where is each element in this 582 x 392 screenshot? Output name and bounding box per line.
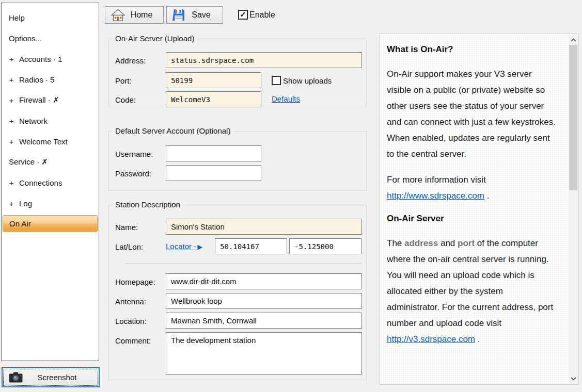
sidebar-item-welcome-text[interactable]: + Welcome Text xyxy=(2,131,99,152)
help-text: . xyxy=(475,334,480,344)
help-text: The xyxy=(387,238,404,248)
location-label: Location: xyxy=(115,317,147,325)
location-input[interactable] xyxy=(166,313,362,329)
homepage-input[interactable] xyxy=(166,273,362,289)
sidebar-item-label: Service · ✗ xyxy=(9,157,48,167)
help-paragraph-intro: On-Air support makes your V3 server visi… xyxy=(387,66,556,162)
password-input[interactable] xyxy=(166,165,261,181)
sidebar-item-label: Options... xyxy=(9,34,42,43)
help-text: and xyxy=(438,238,458,248)
defaults-link[interactable]: Defaults xyxy=(272,94,300,103)
screenshot-button[interactable]: Screenshot xyxy=(2,367,100,387)
on-air-settings-window: Help Options... + Accounts · 1 + Radios … xyxy=(0,0,582,392)
sidebar-item-label: Welcome Text xyxy=(19,137,68,146)
username-input[interactable] xyxy=(166,145,261,161)
save-button[interactable]: Save xyxy=(166,6,223,24)
antenna-label: Antenna: xyxy=(115,297,146,306)
help-scrollbar[interactable] xyxy=(569,35,578,384)
group-onair-server: On-Air Server (Upload) Address: Port: Sh… xyxy=(108,39,367,107)
sidebar-item-label: Radios · 5 xyxy=(19,75,54,84)
comment-textarea[interactable]: The development station xyxy=(166,332,362,375)
sidebar-item-radios[interactable]: + Radios · 5 xyxy=(2,69,99,90)
group-title: On-Air Server (Upload) xyxy=(113,34,197,43)
locator-link[interactable]: Locator -▶ xyxy=(166,242,202,251)
sidebar-item-label: On Air xyxy=(9,219,31,228)
home-button[interactable]: Home xyxy=(105,6,164,24)
divider xyxy=(124,264,361,264)
expand-plus-icon[interactable]: + xyxy=(9,137,14,146)
address-label: Address: xyxy=(115,56,146,65)
help-content: What is On-Air? On-Air support makes you… xyxy=(387,41,556,357)
group-station-description: Station Description Name: Lat/Lon: Locat… xyxy=(108,205,367,380)
sidebar-item-connections[interactable]: + Connections xyxy=(2,172,99,193)
sdrspace-link[interactable]: http://www.sdrspace.com xyxy=(387,191,484,201)
port-input[interactable] xyxy=(166,72,261,88)
keyword-address: address xyxy=(404,238,438,248)
scroll-down-button[interactable] xyxy=(569,373,578,384)
show-uploads-toggle: Show uploads xyxy=(272,76,332,85)
screenshot-button-label: Screenshot xyxy=(23,373,99,382)
chevron-down-icon xyxy=(571,377,576,381)
group-title: Default Server Account (Optional) xyxy=(113,126,233,135)
longitude-input[interactable] xyxy=(289,238,361,254)
home-button-label: Home xyxy=(125,10,163,20)
save-button-label: Save xyxy=(185,10,223,20)
sidebar-item-firewall[interactable]: + Firewall · ✗ xyxy=(2,90,99,110)
save-icon xyxy=(172,9,185,21)
sidebar-item-accounts[interactable]: + Accounts · 1 xyxy=(2,48,99,69)
sidebar-item-label: Accounts · 1 xyxy=(19,55,62,63)
sidebar-item-network[interactable]: + Network xyxy=(2,110,99,131)
group-default-server-account: Default Server Account (Optional) Userna… xyxy=(108,131,367,191)
enable-checkbox[interactable] xyxy=(238,10,248,20)
help-paragraph-server: The address and port of the computer whe… xyxy=(387,235,556,347)
homepage-label: Homepage: xyxy=(115,277,155,286)
help-text: For more information visit xyxy=(387,175,486,185)
username-label: Username: xyxy=(115,150,153,158)
sidebar-item-help[interactable]: Help xyxy=(2,7,99,28)
expand-plus-icon[interactable]: + xyxy=(9,178,14,187)
antenna-input[interactable] xyxy=(166,293,362,309)
home-icon xyxy=(111,9,125,22)
help-heading-what-is-onair: What is On-Air? xyxy=(387,44,556,55)
station-name-input[interactable] xyxy=(166,219,362,235)
sidebar-item-label: Help xyxy=(9,13,25,22)
v3-sdrspace-link[interactable]: http://v3.sdrspace.com xyxy=(387,334,475,344)
help-text: of the computer where the on-air central… xyxy=(387,238,553,328)
sidebar-item-label: Log xyxy=(19,199,32,208)
sidebar-item-options[interactable]: Options... xyxy=(2,28,99,48)
password-label: Password: xyxy=(115,169,151,178)
expand-plus-icon[interactable]: + xyxy=(9,55,14,63)
port-label: Port: xyxy=(115,76,132,85)
camera-icon xyxy=(9,372,23,383)
help-text: . xyxy=(484,191,489,201)
scrollbar-thumb[interactable] xyxy=(569,45,577,190)
sidebar-item-service[interactable]: Service · ✗ xyxy=(2,152,99,172)
show-uploads-label: Show uploads xyxy=(283,76,332,85)
sidebar-item-on-air[interactable]: On Air xyxy=(3,215,98,232)
help-heading-onair-server: On-Air Server xyxy=(387,214,556,224)
show-uploads-checkbox[interactable] xyxy=(272,76,281,85)
group-title: Station Description xyxy=(113,200,183,209)
address-input[interactable] xyxy=(166,52,362,68)
sidebar-item-label: Network xyxy=(19,117,48,125)
help-panel: What is On-Air? On-Air support makes you… xyxy=(380,34,579,385)
sidebar-item-label: Firewall · ✗ xyxy=(19,95,59,105)
sidebar: Help Options... + Accounts · 1 + Radios … xyxy=(1,3,99,361)
latitude-input[interactable] xyxy=(215,238,287,254)
locator-arrow-icon: ▶ xyxy=(197,243,202,251)
expand-plus-icon[interactable]: + xyxy=(9,117,14,125)
locator-link-label: Locator - xyxy=(166,242,196,251)
scroll-up-button[interactable] xyxy=(569,35,578,45)
expand-plus-icon[interactable]: + xyxy=(9,75,14,84)
help-paragraph-more-info: For more information visit http://www.sd… xyxy=(387,172,556,204)
sidebar-item-label: Connections xyxy=(19,178,62,187)
expand-plus-icon[interactable]: + xyxy=(9,199,14,208)
code-label: Code: xyxy=(115,95,136,104)
sidebar-item-log[interactable]: + Log xyxy=(2,193,99,214)
keyword-port: port xyxy=(458,238,475,248)
code-input[interactable] xyxy=(166,91,261,107)
expand-plus-icon[interactable]: + xyxy=(9,96,14,105)
comment-label: Comment: xyxy=(115,336,151,345)
enable-checkbox-label: Enable xyxy=(249,10,275,20)
name-label: Name: xyxy=(115,223,138,232)
